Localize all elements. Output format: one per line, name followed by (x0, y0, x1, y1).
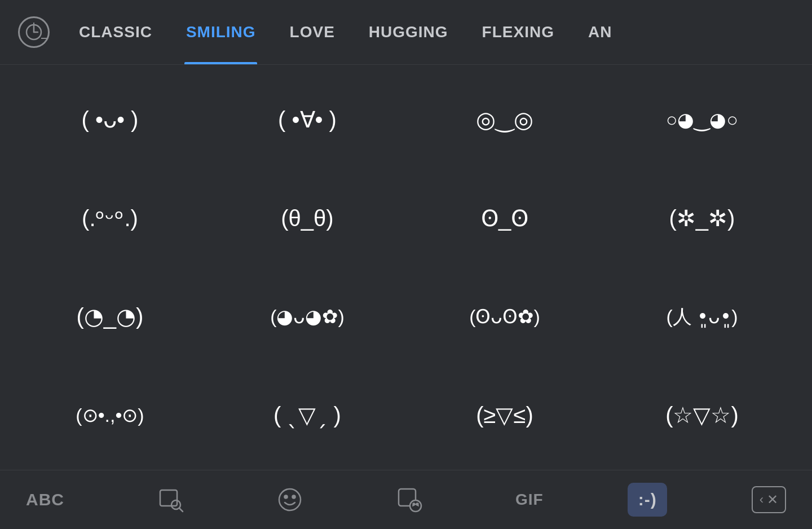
emoji-button[interactable] (268, 482, 312, 517)
svg-line-5 (179, 508, 183, 512)
emoticon-cell-16[interactable]: (☆▽☆) (603, 366, 801, 465)
emoticon-cell-13[interactable]: (⊙•.,•⊙) (11, 366, 209, 465)
emoticon-cell-10[interactable]: (◕ᴗ◕✿) (209, 267, 406, 366)
abc-label: ABC (26, 490, 64, 509)
svg-rect-3 (160, 490, 177, 506)
tab-classic[interactable]: CLASSIC (62, 0, 169, 64)
emoticon-cell-15[interactable]: (≥▽≤) (406, 366, 603, 465)
clock-icon (18, 16, 50, 48)
emoticon-5: (.ᵒᵕᵒ.) (82, 207, 138, 230)
tab-flexing[interactable]: FLEXING (465, 0, 571, 64)
tab-classic-label: CLASSIC (79, 23, 152, 41)
emoji-icon (277, 487, 303, 513)
svg-point-8 (293, 496, 295, 499)
tab-love[interactable]: LOVE (273, 0, 352, 64)
sticker-button[interactable] (387, 482, 431, 517)
emoticon-11: (ʘᴗʘ✿) (469, 307, 540, 326)
svg-point-6 (279, 489, 301, 510)
emoticon-14: ( ˎ▽ˏ ) (273, 404, 341, 426)
emoticon-3: ◎‿◎ (476, 108, 533, 131)
tab-recent[interactable] (11, 16, 56, 48)
svg-point-10 (410, 500, 421, 512)
emoticon-1: ( •ᴗ• ) (82, 108, 139, 131)
emoticon-cell-4[interactable]: ○◕‿◕○ (603, 70, 801, 169)
emoticon-cell-3[interactable]: ◎‿◎ (406, 70, 603, 169)
emoticon-13: (⊙•.,•⊙) (76, 405, 144, 425)
svg-point-12 (416, 504, 418, 505)
sticker-icon (396, 487, 422, 513)
tab-smiling[interactable]: SMILING (169, 0, 273, 64)
gif-button[interactable]: GIF (506, 483, 553, 517)
emoticon-2: ( •∀• ) (278, 108, 337, 131)
emoticon-cell-1[interactable]: ( •ᴗ• ) (11, 70, 209, 169)
emoticon-cell-2[interactable]: ( •∀• ) (209, 70, 406, 169)
emoticon-6: (θ_θ) (281, 207, 333, 230)
emoticon-cell-9[interactable]: (◔_◔) (11, 267, 209, 366)
gif-label: GIF (515, 491, 544, 509)
abc-button[interactable]: ABC (17, 483, 73, 517)
delete-icon: ‹ ✕ (752, 486, 786, 513)
emoticon-7: ʘ_ʘ (481, 207, 528, 230)
tab-love-label: LOVE (290, 23, 335, 41)
clock-svg (25, 24, 42, 41)
emoticon-cell-5[interactable]: (.ᵒᵕᵒ.) (11, 169, 209, 268)
emoticon-8: (✲_✲) (669, 207, 735, 230)
emoticon-cell-12[interactable]: (人 •͈ᴗ•͈) (603, 267, 801, 366)
emoticon-cell-6[interactable]: (θ_θ) (209, 169, 406, 268)
tab-flexing-label: FLEXING (482, 23, 554, 41)
tab-bar: CLASSIC SMILING LOVE HUGGING FLEXING AN (0, 0, 812, 65)
emoticon-4: ○◕‿◕○ (666, 110, 738, 129)
emoticon-10: (◕ᴗ◕✿) (270, 307, 345, 326)
emoticon-cell-14[interactable]: ( ˎ▽ˏ ) (209, 366, 406, 465)
emoticon-grid: ( •ᴗ• ) ( •∀• ) ◎‿◎ ○◕‿◕○ (.ᵒᵕᵒ.) (θ_θ) … (0, 65, 812, 470)
tab-hugging[interactable]: HUGGING (352, 0, 465, 64)
delete-button[interactable]: ‹ ✕ (743, 482, 795, 518)
emoticon-16: (☆▽☆) (665, 404, 739, 426)
tab-hugging-label: HUGGING (369, 23, 448, 41)
svg-point-7 (285, 496, 288, 499)
emoticon-9: (◔_◔) (77, 305, 144, 328)
emoticon-cell-11[interactable]: (ʘᴗʘ✿) (406, 267, 603, 366)
emoticon-label: :-) (638, 490, 657, 509)
svg-point-11 (413, 504, 414, 505)
tab-an-label: AN (588, 23, 612, 41)
emoticon-button[interactable]: :-) (628, 483, 667, 517)
emoticon-15: (≥▽≤) (476, 404, 533, 426)
tab-an[interactable]: AN (571, 0, 629, 64)
bottom-bar: ABC GIF :-) ‹ ✕ (0, 470, 812, 529)
image-search-button[interactable] (149, 482, 193, 517)
image-search-icon (158, 487, 184, 513)
emoticon-12: (人 •͈ᴗ•͈) (666, 307, 738, 326)
tab-smiling-label: SMILING (186, 23, 256, 41)
emoticon-cell-7[interactable]: ʘ_ʘ (406, 169, 603, 268)
emoticon-cell-8[interactable]: (✲_✲) (603, 169, 801, 268)
